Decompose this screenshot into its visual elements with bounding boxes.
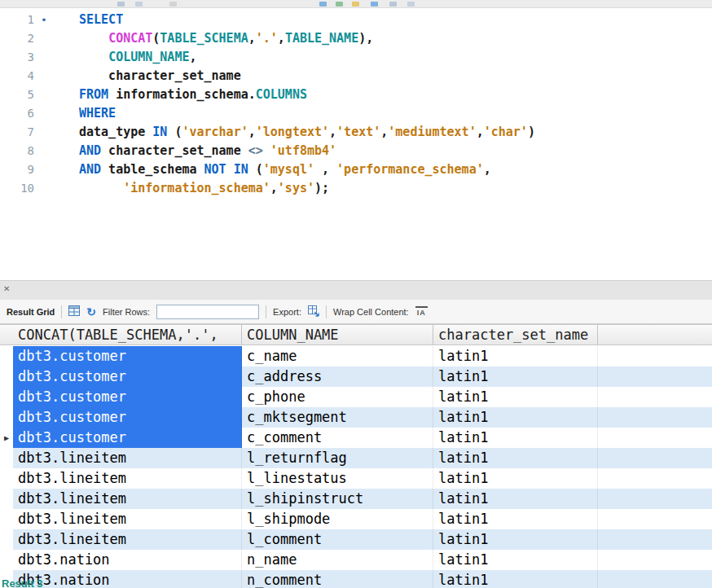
code-text[interactable]: data_type IN ('varchar','longtext','text… <box>51 123 535 142</box>
token: , <box>380 125 388 139</box>
code-line[interactable]: 10 'information_schema','sys'); <box>0 179 712 198</box>
cell-charset[interactable]: latin1 <box>433 448 598 468</box>
code-line[interactable]: 1•SELECT <box>0 11 712 29</box>
cell-column-name[interactable]: c_comment <box>242 428 433 448</box>
cell-charset[interactable]: latin1 <box>433 489 598 509</box>
table-row[interactable]: dbt3.customerc_namelatin1 <box>0 346 712 366</box>
cell-concat[interactable]: dbt3.customer <box>13 428 242 448</box>
cell-column-name[interactable]: l_linestatus <box>242 468 433 489</box>
cell-charset[interactable]: latin1 <box>433 428 598 448</box>
column-header-column-name[interactable]: COLUMN_NAME <box>242 325 433 344</box>
token: , <box>248 125 256 139</box>
code-text[interactable]: WHERE <box>51 104 116 123</box>
code-text[interactable]: SELECT <box>51 11 123 29</box>
cell-column-name[interactable]: c_mktsegment <box>242 407 433 428</box>
separator <box>326 305 327 318</box>
code-text[interactable]: AND table_schema NOT IN ('mysql' , 'perf… <box>51 160 491 179</box>
cell-column-name[interactable]: c_name <box>242 346 433 366</box>
cell-concat[interactable]: dbt3.customer <box>13 407 242 428</box>
result-tab-partial[interactable]: Result 3 <box>2 577 43 588</box>
table-row[interactable]: dbt3.lineiteml_commentlatin1 <box>0 529 712 550</box>
row-marker-gutter <box>0 489 13 509</box>
wrap-cell-content-label: Wrap Cell Content: <box>333 307 409 317</box>
code-line[interactable]: 4 character_set_name <box>0 67 712 86</box>
table-row[interactable]: dbt3.customerc_phonelatin1 <box>0 387 712 407</box>
cropped-toolbar-icon <box>169 2 177 7</box>
table-row[interactable]: dbt3.lineiteml_shipinstructlatin1 <box>0 489 712 509</box>
export-label: Export: <box>273 307 301 317</box>
cell-column-name[interactable]: c_address <box>242 366 433 387</box>
cell-column-name[interactable]: l_shipinstruct <box>242 489 433 509</box>
cell-column-name[interactable]: l_shipmode <box>242 509 433 529</box>
code-text[interactable]: 'information_schema','sys'); <box>51 179 329 198</box>
column-header-concat[interactable]: CONCAT(TABLE_SCHEMA,'.', <box>13 325 242 344</box>
code-line[interactable]: 7data_type IN ('varchar','longtext','tex… <box>0 123 712 142</box>
cell-column-name[interactable]: l_comment <box>242 529 433 550</box>
sql-editor[interactable]: 1•SELECT2 CONCAT(TABLE_SCHEMA,'.',TABLE_… <box>0 8 712 283</box>
row-marker-gutter <box>0 407 13 428</box>
code-text[interactable]: COLUMN_NAME, <box>51 48 197 67</box>
cell-column-name[interactable]: l_returnflag <box>242 448 433 468</box>
code-line[interactable]: 5FROM information_schema.COLUMNS <box>0 86 712 104</box>
statement-marker <box>37 29 51 48</box>
cell-concat[interactable]: dbt3.customer <box>13 346 242 366</box>
cell-concat[interactable]: dbt3.customer <box>13 366 242 387</box>
cell-charset[interactable]: latin1 <box>433 529 598 550</box>
cell-concat[interactable]: dbt3.nation <box>13 570 242 588</box>
cell-concat[interactable]: dbt3.lineitem <box>13 468 242 489</box>
table-row[interactable]: dbt3.nationn_namelatin1 <box>0 550 712 570</box>
token: ) <box>528 125 535 139</box>
row-marker-gutter <box>0 346 13 366</box>
code-line[interactable]: 2 CONCAT(TABLE_SCHEMA,'.',TABLE_NAME), <box>0 29 712 48</box>
table-row[interactable]: dbt3.customerc_mktsegmentlatin1 <box>0 407 712 428</box>
cell-concat[interactable]: dbt3.lineitem <box>13 509 242 529</box>
code-text[interactable]: AND character_set_name <> 'utf8mb4' <box>51 142 336 160</box>
cell-concat[interactable]: dbt3.lineitem <box>13 448 242 468</box>
token: TABLE_SCHEMA <box>160 31 248 46</box>
column-header-charset[interactable]: character_set_name <box>433 325 598 344</box>
table-row[interactable]: ▶dbt3.customerc_commentlatin1 <box>0 428 712 448</box>
cell-column-name[interactable]: c_phone <box>242 387 433 407</box>
code-text[interactable]: CONCAT(TABLE_SCHEMA,'.',TABLE_NAME), <box>51 29 373 48</box>
token: , <box>329 125 336 139</box>
code-line[interactable]: 3 COLUMN_NAME, <box>0 48 712 67</box>
table-row[interactable]: dbt3.nationn_commentlatin1 <box>0 570 712 588</box>
cell-charset[interactable]: latin1 <box>433 509 598 529</box>
cell-column-name[interactable]: n_name <box>242 550 433 570</box>
statement-marker <box>37 86 51 104</box>
output-pane-splitter[interactable]: ✕ <box>0 280 712 301</box>
cropped-toolbar-icon <box>352 2 359 7</box>
cell-concat[interactable]: dbt3.lineitem <box>13 489 242 509</box>
export-icon[interactable] <box>308 305 319 318</box>
top-toolbar-cropped <box>0 0 712 8</box>
cell-charset[interactable]: latin1 <box>433 366 598 387</box>
code-line[interactable]: 6WHERE <box>0 104 712 123</box>
code-line[interactable]: 9AND table_schema NOT IN ('mysql' , 'per… <box>0 160 712 179</box>
cell-charset[interactable]: latin1 <box>433 550 598 570</box>
table-row[interactable]: dbt3.lineiteml_returnflaglatin1 <box>0 448 712 468</box>
table-row[interactable]: dbt3.lineiteml_shipmodelatin1 <box>0 509 712 529</box>
code-text[interactable]: character_set_name <box>51 67 241 86</box>
cell-concat[interactable]: dbt3.lineitem <box>13 529 242 550</box>
filter-rows-input[interactable] <box>156 305 259 319</box>
refresh-icon[interactable]: ↻ <box>86 306 96 318</box>
result-grid-icon[interactable] <box>68 305 80 318</box>
token: COLUMN_NAME <box>108 50 189 64</box>
cell-concat[interactable]: dbt3.nation <box>13 550 242 570</box>
cell-column-name[interactable]: n_comment <box>242 570 433 588</box>
cell-charset[interactable]: latin1 <box>433 407 598 428</box>
table-row[interactable]: dbt3.lineiteml_linestatuslatin1 <box>0 468 712 489</box>
cell-charset[interactable]: latin1 <box>433 468 598 489</box>
cell-charset[interactable]: latin1 <box>433 387 598 407</box>
close-icon[interactable]: ✕ <box>3 284 10 293</box>
current-row-arrow: ▶ <box>4 428 9 448</box>
cell-charset[interactable]: latin1 <box>433 346 598 366</box>
token: ( <box>167 125 182 139</box>
token: <> <box>248 143 263 158</box>
cell-charset[interactable]: latin1 <box>433 570 598 588</box>
cell-concat[interactable]: dbt3.customer <box>13 387 242 407</box>
code-text[interactable]: FROM information_schema.COLUMNS <box>51 86 307 104</box>
wrap-cell-content-icon[interactable]: IA <box>415 306 428 317</box>
table-row[interactable]: dbt3.customerc_addresslatin1 <box>0 366 712 387</box>
code-line[interactable]: 8AND character_set_name <> 'utf8mb4' <box>0 142 712 160</box>
